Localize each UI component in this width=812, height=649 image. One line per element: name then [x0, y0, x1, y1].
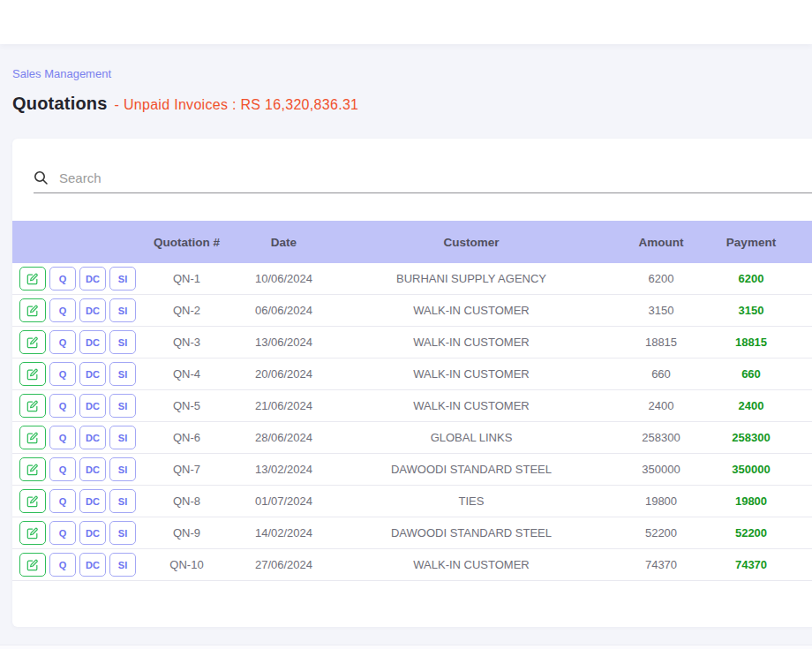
edit-button[interactable] — [19, 553, 46, 577]
quotation-button[interactable]: Q — [49, 267, 76, 291]
quotation-number-cell: QN-4 — [149, 367, 224, 381]
date-cell: 10/06/2024 — [224, 272, 343, 285]
amount-cell: 19800 — [599, 494, 723, 508]
delivery-challan-button[interactable]: DC — [79, 521, 106, 545]
amount-cell: 74370 — [599, 558, 723, 571]
edit-button[interactable] — [19, 426, 46, 449]
header-customer: Customer — [343, 236, 599, 249]
payment-cell: 660 — [723, 367, 779, 381]
table-row: Q DC SI QN-8 01/07/2024 TIES 19800 19800 — [12, 486, 812, 517]
row-actions: Q DC SI — [12, 457, 149, 481]
delivery-challan-button[interactable]: DC — [79, 426, 106, 449]
quotation-button[interactable]: Q — [49, 330, 76, 354]
quotation-button[interactable]: Q — [49, 521, 76, 545]
delivery-challan-button[interactable]: DC — [79, 553, 106, 577]
table-row: Q DC SI QN-10 27/06/2024 WALK-IN CUSTOME… — [12, 549, 812, 581]
quotation-button[interactable]: Q — [49, 553, 76, 577]
quotation-button[interactable]: Q — [49, 457, 76, 481]
delivery-challan-button[interactable]: DC — [79, 362, 106, 386]
sales-invoice-button[interactable]: SI — [109, 362, 136, 386]
sales-invoice-button[interactable]: SI — [109, 394, 136, 418]
edit-pencil-square-icon — [26, 559, 39, 571]
table-header: Quotation # Date Customer Amount Payment — [12, 221, 812, 263]
quotation-button[interactable]: Q — [49, 394, 76, 418]
row-actions: Q DC SI — [12, 267, 149, 291]
page-title: Quotations — [12, 94, 108, 114]
payment-cell: 52200 — [723, 526, 779, 540]
quotation-button[interactable]: Q — [49, 489, 76, 513]
payment-cell: 18815 — [723, 336, 779, 349]
sales-invoice-button[interactable]: SI — [109, 426, 136, 449]
quotation-number-cell: QN-7 — [149, 463, 224, 476]
edit-pencil-square-icon — [26, 400, 39, 412]
delivery-challan-button[interactable]: DC — [79, 330, 106, 354]
quotation-button[interactable]: Q — [49, 298, 76, 322]
sales-invoice-button[interactable]: SI — [109, 298, 136, 322]
sales-invoice-button[interactable]: SI — [109, 267, 136, 291]
sales-invoice-button[interactable]: SI — [109, 553, 136, 577]
row-actions: Q DC SI — [12, 330, 149, 354]
delivery-challan-button[interactable]: DC — [79, 267, 106, 291]
row-actions: Q DC SI — [12, 553, 149, 577]
edit-pencil-square-icon — [26, 432, 39, 444]
amount-cell: 258300 — [599, 431, 723, 444]
header-date: Date — [224, 236, 343, 249]
unpaid-invoices-text: - Unpaid Invoices : RS 16,320,836.31 — [115, 97, 359, 113]
edit-button[interactable] — [19, 298, 46, 322]
sales-invoice-button[interactable]: SI — [109, 521, 136, 545]
search-bar — [34, 163, 812, 193]
search-input[interactable] — [59, 163, 812, 192]
edit-button[interactable] — [19, 489, 46, 513]
quotation-number-cell: QN-10 — [149, 558, 224, 571]
payment-cell: 2400 — [723, 399, 779, 412]
header-quotation: Quotation # — [149, 236, 224, 249]
date-cell: 20/06/2024 — [224, 367, 343, 381]
delivery-challan-button[interactable]: DC — [79, 457, 106, 481]
quotation-button[interactable]: Q — [49, 426, 76, 449]
payment-cell: 3150 — [723, 304, 779, 317]
quotation-number-cell: QN-2 — [149, 304, 224, 317]
quotation-button[interactable]: Q — [49, 362, 76, 386]
breadcrumb-sales-management[interactable]: Sales Management — [12, 67, 111, 80]
date-cell: 01/07/2024 — [224, 494, 343, 508]
edit-pencil-square-icon — [26, 273, 39, 285]
edit-pencil-square-icon — [26, 527, 39, 540]
quotations-card: Quotation # Date Customer Amount Payment… — [12, 139, 812, 627]
quotation-number-cell: QN-8 — [149, 494, 224, 508]
amount-cell: 18815 — [599, 336, 723, 349]
customer-cell: TIES — [343, 494, 599, 508]
quotation-number-cell: QN-9 — [149, 526, 224, 540]
footer-divider — [0, 645, 812, 649]
quotation-number-cell: QN-1 — [149, 272, 224, 285]
table-row: Q DC SI QN-9 14/02/2024 DAWOODI STANDARD… — [12, 517, 812, 549]
amount-cell: 52200 — [599, 526, 723, 540]
edit-button[interactable] — [19, 267, 46, 291]
edit-button[interactable] — [19, 330, 46, 354]
customer-cell: WALK-IN CUSTOMER — [343, 399, 599, 412]
top-navbar — [0, 0, 812, 44]
edit-button[interactable] — [19, 394, 46, 418]
edit-button[interactable] — [19, 457, 46, 481]
edit-button[interactable] — [19, 362, 46, 386]
amount-cell: 660 — [599, 367, 723, 381]
customer-cell: BURHANI SUPPLY AGENCY — [343, 272, 599, 285]
sales-invoice-button[interactable]: SI — [109, 489, 136, 513]
date-cell: 14/02/2024 — [224, 526, 343, 540]
table-row: Q DC SI QN-2 06/06/2024 WALK-IN CUSTOMER… — [12, 295, 812, 327]
customer-cell: WALK-IN CUSTOMER — [343, 367, 599, 381]
row-actions: Q DC SI — [12, 362, 149, 386]
date-cell: 06/06/2024 — [224, 304, 343, 317]
delivery-challan-button[interactable]: DC — [79, 489, 106, 513]
table-row: Q DC SI QN-5 21/06/2024 WALK-IN CUSTOMER… — [12, 390, 812, 422]
row-actions: Q DC SI — [12, 489, 149, 513]
delivery-challan-button[interactable]: DC — [79, 298, 106, 322]
sales-invoice-button[interactable]: SI — [109, 330, 136, 354]
payment-cell: 350000 — [723, 463, 779, 476]
amount-cell: 3150 — [599, 304, 723, 317]
sales-invoice-button[interactable]: SI — [109, 457, 136, 481]
customer-cell: GLOBAL LINKS — [343, 431, 599, 444]
row-actions: Q DC SI — [12, 521, 149, 545]
payment-cell: 19800 — [723, 494, 779, 508]
edit-button[interactable] — [19, 521, 46, 545]
delivery-challan-button[interactable]: DC — [79, 394, 106, 418]
